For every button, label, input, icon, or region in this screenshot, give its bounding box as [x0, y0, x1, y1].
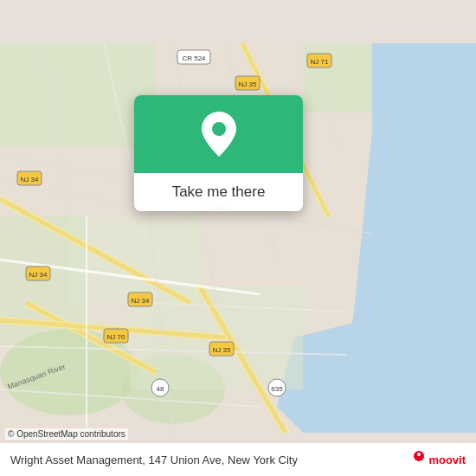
osm-attribution: © OpenStreetMap contributors [5, 428, 128, 440]
moovit-text: moovit [428, 453, 466, 466]
location-pin-icon [202, 112, 236, 157]
svg-point-55 [212, 122, 226, 136]
svg-text:48: 48 [157, 385, 164, 393]
svg-text:NJ 71: NJ 71 [311, 58, 329, 66]
moovit-icon [402, 450, 426, 469]
map-container: Manasquan River CR 524 NJ 71 NJ 35 NJ 34… [0, 0, 476, 476]
address-label: Wright Asset Management, 147 Union Ave, … [10, 453, 402, 466]
popup-body: Take me there [134, 173, 303, 211]
svg-point-57 [417, 453, 421, 456]
moovit-logo: moovit [402, 450, 466, 469]
svg-text:635: 635 [271, 385, 283, 393]
svg-text:NJ 34: NJ 34 [132, 297, 150, 305]
take-me-there-button[interactable]: Take me there [148, 183, 289, 201]
bottom-bar: Wright Asset Management, 147 Union Ave, … [0, 442, 476, 476]
svg-text:NJ 34: NJ 34 [21, 176, 39, 183]
svg-text:NJ 35: NJ 35 [239, 80, 257, 88]
svg-text:CR 524: CR 524 [182, 55, 206, 62]
svg-rect-9 [69, 216, 199, 303]
popup-header [134, 95, 303, 173]
popup-card: Take me there [134, 95, 303, 211]
svg-text:NJ 70: NJ 70 [107, 333, 125, 341]
popup-arrow [209, 209, 229, 211]
svg-text:NJ 35: NJ 35 [213, 346, 231, 354]
map-background: Manasquan River CR 524 NJ 71 NJ 35 NJ 34… [0, 0, 476, 476]
svg-text:NJ 34: NJ 34 [29, 271, 48, 279]
